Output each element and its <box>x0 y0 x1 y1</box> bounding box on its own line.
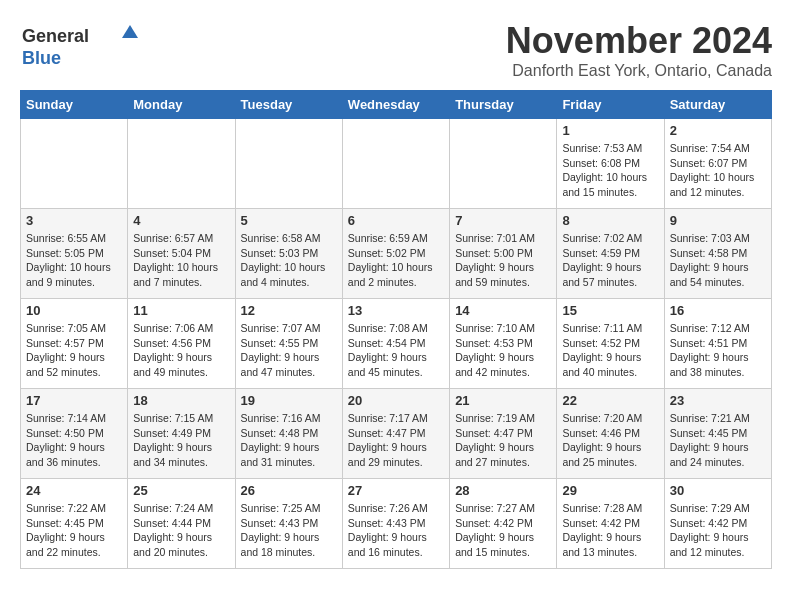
day-number: 7 <box>455 213 551 228</box>
day-number: 18 <box>133 393 229 408</box>
calendar-cell: 17Sunrise: 7:14 AMSunset: 4:50 PMDayligh… <box>21 389 128 479</box>
calendar-week-row: 24Sunrise: 7:22 AMSunset: 4:45 PMDayligh… <box>21 479 772 569</box>
svg-text:Blue: Blue <box>22 48 61 68</box>
day-info: Sunrise: 7:54 AMSunset: 6:07 PMDaylight:… <box>670 141 766 200</box>
day-info: Sunrise: 6:58 AMSunset: 5:03 PMDaylight:… <box>241 231 337 290</box>
calendar-cell <box>342 119 449 209</box>
day-info: Sunrise: 6:57 AMSunset: 5:04 PMDaylight:… <box>133 231 229 290</box>
calendar-cell: 30Sunrise: 7:29 AMSunset: 4:42 PMDayligh… <box>664 479 771 569</box>
day-info: Sunrise: 7:12 AMSunset: 4:51 PMDaylight:… <box>670 321 766 380</box>
day-number: 6 <box>348 213 444 228</box>
calendar-cell: 10Sunrise: 7:05 AMSunset: 4:57 PMDayligh… <box>21 299 128 389</box>
day-info: Sunrise: 7:11 AMSunset: 4:52 PMDaylight:… <box>562 321 658 380</box>
weekday-header-wednesday: Wednesday <box>342 91 449 119</box>
calendar-cell: 23Sunrise: 7:21 AMSunset: 4:45 PMDayligh… <box>664 389 771 479</box>
calendar-header-row: SundayMondayTuesdayWednesdayThursdayFrid… <box>21 91 772 119</box>
day-number: 30 <box>670 483 766 498</box>
day-info: Sunrise: 7:01 AMSunset: 5:00 PMDaylight:… <box>455 231 551 290</box>
calendar-cell: 6Sunrise: 6:59 AMSunset: 5:02 PMDaylight… <box>342 209 449 299</box>
logo: General Blue <box>20 20 140 70</box>
calendar-cell: 4Sunrise: 6:57 AMSunset: 5:04 PMDaylight… <box>128 209 235 299</box>
day-info: Sunrise: 7:17 AMSunset: 4:47 PMDaylight:… <box>348 411 444 470</box>
day-number: 25 <box>133 483 229 498</box>
calendar-week-row: 3Sunrise: 6:55 AMSunset: 5:05 PMDaylight… <box>21 209 772 299</box>
day-number: 29 <box>562 483 658 498</box>
day-info: Sunrise: 7:10 AMSunset: 4:53 PMDaylight:… <box>455 321 551 380</box>
calendar-title-block: November 2024 Danforth East York, Ontari… <box>506 20 772 80</box>
day-info: Sunrise: 7:08 AMSunset: 4:54 PMDaylight:… <box>348 321 444 380</box>
day-number: 10 <box>26 303 122 318</box>
calendar-cell: 21Sunrise: 7:19 AMSunset: 4:47 PMDayligh… <box>450 389 557 479</box>
weekday-header-thursday: Thursday <box>450 91 557 119</box>
weekday-header-monday: Monday <box>128 91 235 119</box>
calendar-cell: 12Sunrise: 7:07 AMSunset: 4:55 PMDayligh… <box>235 299 342 389</box>
day-info: Sunrise: 7:07 AMSunset: 4:55 PMDaylight:… <box>241 321 337 380</box>
calendar-cell: 27Sunrise: 7:26 AMSunset: 4:43 PMDayligh… <box>342 479 449 569</box>
weekday-header-saturday: Saturday <box>664 91 771 119</box>
calendar-month-year: November 2024 <box>506 20 772 62</box>
logo-svg: General Blue <box>20 20 140 70</box>
day-number: 8 <box>562 213 658 228</box>
calendar-cell: 19Sunrise: 7:16 AMSunset: 4:48 PMDayligh… <box>235 389 342 479</box>
calendar-week-row: 17Sunrise: 7:14 AMSunset: 4:50 PMDayligh… <box>21 389 772 479</box>
day-info: Sunrise: 7:25 AMSunset: 4:43 PMDaylight:… <box>241 501 337 560</box>
day-number: 4 <box>133 213 229 228</box>
calendar-week-row: 1Sunrise: 7:53 AMSunset: 6:08 PMDaylight… <box>21 119 772 209</box>
calendar-cell: 29Sunrise: 7:28 AMSunset: 4:42 PMDayligh… <box>557 479 664 569</box>
day-info: Sunrise: 7:26 AMSunset: 4:43 PMDaylight:… <box>348 501 444 560</box>
day-number: 22 <box>562 393 658 408</box>
day-number: 19 <box>241 393 337 408</box>
day-info: Sunrise: 7:06 AMSunset: 4:56 PMDaylight:… <box>133 321 229 380</box>
day-info: Sunrise: 7:27 AMSunset: 4:42 PMDaylight:… <box>455 501 551 560</box>
day-number: 3 <box>26 213 122 228</box>
day-number: 28 <box>455 483 551 498</box>
day-number: 27 <box>348 483 444 498</box>
day-info: Sunrise: 7:16 AMSunset: 4:48 PMDaylight:… <box>241 411 337 470</box>
day-info: Sunrise: 7:28 AMSunset: 4:42 PMDaylight:… <box>562 501 658 560</box>
weekday-header-tuesday: Tuesday <box>235 91 342 119</box>
day-info: Sunrise: 7:22 AMSunset: 4:45 PMDaylight:… <box>26 501 122 560</box>
day-info: Sunrise: 7:21 AMSunset: 4:45 PMDaylight:… <box>670 411 766 470</box>
calendar-cell: 25Sunrise: 7:24 AMSunset: 4:44 PMDayligh… <box>128 479 235 569</box>
weekday-header-friday: Friday <box>557 91 664 119</box>
day-number: 14 <box>455 303 551 318</box>
calendar-cell: 28Sunrise: 7:27 AMSunset: 4:42 PMDayligh… <box>450 479 557 569</box>
calendar-cell <box>128 119 235 209</box>
day-number: 2 <box>670 123 766 138</box>
calendar-cell: 9Sunrise: 7:03 AMSunset: 4:58 PMDaylight… <box>664 209 771 299</box>
day-info: Sunrise: 7:15 AMSunset: 4:49 PMDaylight:… <box>133 411 229 470</box>
calendar-cell: 13Sunrise: 7:08 AMSunset: 4:54 PMDayligh… <box>342 299 449 389</box>
calendar-cell: 3Sunrise: 6:55 AMSunset: 5:05 PMDaylight… <box>21 209 128 299</box>
day-number: 13 <box>348 303 444 318</box>
calendar-table: SundayMondayTuesdayWednesdayThursdayFrid… <box>20 90 772 569</box>
svg-text:General: General <box>22 26 89 46</box>
day-number: 24 <box>26 483 122 498</box>
calendar-cell: 18Sunrise: 7:15 AMSunset: 4:49 PMDayligh… <box>128 389 235 479</box>
day-number: 1 <box>562 123 658 138</box>
calendar-cell <box>235 119 342 209</box>
calendar-cell: 8Sunrise: 7:02 AMSunset: 4:59 PMDaylight… <box>557 209 664 299</box>
day-number: 23 <box>670 393 766 408</box>
day-number: 21 <box>455 393 551 408</box>
calendar-week-row: 10Sunrise: 7:05 AMSunset: 4:57 PMDayligh… <box>21 299 772 389</box>
calendar-cell: 26Sunrise: 7:25 AMSunset: 4:43 PMDayligh… <box>235 479 342 569</box>
day-number: 5 <box>241 213 337 228</box>
day-info: Sunrise: 7:24 AMSunset: 4:44 PMDaylight:… <box>133 501 229 560</box>
calendar-cell: 22Sunrise: 7:20 AMSunset: 4:46 PMDayligh… <box>557 389 664 479</box>
calendar-cell: 2Sunrise: 7:54 AMSunset: 6:07 PMDaylight… <box>664 119 771 209</box>
day-number: 26 <box>241 483 337 498</box>
day-info: Sunrise: 6:55 AMSunset: 5:05 PMDaylight:… <box>26 231 122 290</box>
weekday-header-sunday: Sunday <box>21 91 128 119</box>
calendar-cell: 24Sunrise: 7:22 AMSunset: 4:45 PMDayligh… <box>21 479 128 569</box>
day-number: 12 <box>241 303 337 318</box>
calendar-cell: 11Sunrise: 7:06 AMSunset: 4:56 PMDayligh… <box>128 299 235 389</box>
calendar-cell: 1Sunrise: 7:53 AMSunset: 6:08 PMDaylight… <box>557 119 664 209</box>
calendar-cell: 14Sunrise: 7:10 AMSunset: 4:53 PMDayligh… <box>450 299 557 389</box>
day-info: Sunrise: 6:59 AMSunset: 5:02 PMDaylight:… <box>348 231 444 290</box>
day-number: 16 <box>670 303 766 318</box>
day-info: Sunrise: 7:14 AMSunset: 4:50 PMDaylight:… <box>26 411 122 470</box>
calendar-cell: 20Sunrise: 7:17 AMSunset: 4:47 PMDayligh… <box>342 389 449 479</box>
calendar-cell: 7Sunrise: 7:01 AMSunset: 5:00 PMDaylight… <box>450 209 557 299</box>
day-info: Sunrise: 7:02 AMSunset: 4:59 PMDaylight:… <box>562 231 658 290</box>
calendar-cell <box>21 119 128 209</box>
